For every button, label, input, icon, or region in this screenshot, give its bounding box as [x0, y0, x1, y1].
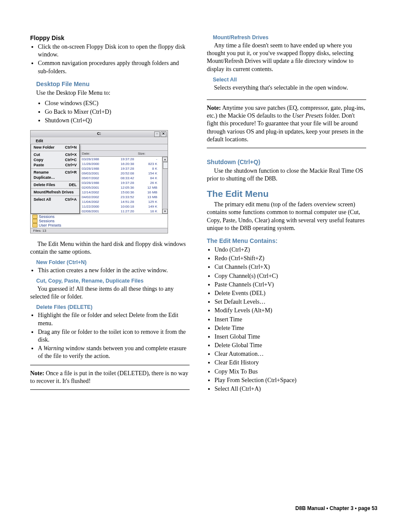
menu-item[interactable]: Duplicate…	[31, 175, 79, 180]
list-item: Paste Channels (Ctrl+V)	[215, 281, 366, 289]
column-date: Date:	[82, 152, 138, 156]
the-edit-menu-heading: The Edit Menu	[207, 189, 366, 199]
bullet: Go Back to Mixer (Ctrl+D)	[45, 108, 190, 116]
menu-separator	[31, 196, 79, 196]
floppy-bullets: Click the on-screen Floppy Disk icon to …	[30, 43, 190, 75]
file-row[interactable]: 09/03/200120:52:08154 K	[80, 171, 162, 176]
edit-dropdown-menu: New FolderCtrl+NCutCtrl+XCopyCtrl+CPaste…	[31, 144, 80, 214]
select-all-para: Selects everything that's selectable in …	[207, 84, 366, 92]
path-field[interactable]	[80, 144, 168, 151]
folder-icon	[32, 219, 37, 223]
scroll-thumb[interactable]	[163, 162, 168, 169]
list-item: Redo (Ctrl+Shift+Z)	[215, 255, 366, 262]
menu-item[interactable]: Delete FilesDEL	[31, 182, 79, 187]
file-row[interactable]: 03/28/198819:37:2826 K	[80, 180, 162, 185]
menu-separator	[31, 188, 79, 189]
new-folder-heading: New Folder (Ctrl+N)	[36, 259, 190, 265]
file-row[interactable]: 03/28/198819:37:288 K	[80, 166, 162, 171]
menu-separator	[31, 151, 79, 151]
list-item: Delete Global Time	[215, 342, 366, 349]
bullet: Highlight the file or folder and select …	[38, 311, 190, 327]
file-area: Date: Size: 03/28/198819:37:28-11/28/200…	[80, 144, 168, 214]
desktop-intro: Use the Desktop File Menu to:	[36, 89, 190, 97]
tree-label: Sessions	[39, 215, 55, 219]
shutdown-heading: Shutdown (Ctrl+Q)	[207, 159, 366, 165]
list-item: Undo (Ctrl+Z)	[215, 246, 366, 254]
list-item: Copy Channel(s) (Ctrl+C)	[215, 272, 366, 280]
cut-copy-heading: Cut, Copy, Paste, Rename, Duplicate File…	[36, 278, 190, 284]
list-item: Play From Selection (Ctrl+Space)	[215, 376, 366, 384]
file-row[interactable]: 03/28/198819:37:28-	[80, 157, 162, 162]
scrollbar[interactable]: ▴ ▾	[162, 157, 168, 214]
menu-item[interactable]: New FolderCtrl+N	[31, 145, 79, 150]
bullet: Drag any file or folder to the toilet ic…	[38, 328, 190, 344]
divider	[30, 365, 190, 365]
tree-item[interactable]: User Presets	[32, 223, 166, 227]
file-row[interactable]: 11/04/200214:51:28125 K	[80, 199, 162, 204]
file-row[interactable]: 02/05/200112:05:3612 MB	[80, 185, 162, 190]
bullet: Click the on-screen Floppy Disk icon to …	[38, 43, 190, 59]
list-item: Modify Levels (Alt+M)	[215, 307, 366, 314]
delete-files-heading: Delete Files (DELETE)	[36, 304, 190, 310]
menu-item[interactable]: Mount/Refresh Drives	[31, 190, 79, 195]
menu-edit[interactable]: Edit	[33, 138, 46, 143]
file-row[interactable]: 11/22/200010:00:18149 K	[80, 204, 162, 209]
menu-bar: Edit	[31, 137, 168, 144]
list-item: Set Default Levels…	[215, 298, 366, 306]
file-row[interactable]: 02/08/200111:27:2016 K	[80, 209, 162, 214]
select-all-heading: Select All	[213, 77, 366, 83]
divider	[207, 100, 366, 100]
list-item: Delete Events (DEL)	[215, 289, 366, 297]
divider	[207, 148, 366, 148]
list-item: Cut Channels (Ctrl+X)	[215, 263, 366, 271]
scroll-down-icon[interactable]: ▾	[162, 209, 168, 214]
bullet: This action creates a new folder in the …	[38, 267, 190, 274]
desktop-bullets: Close windows (ESC) Go Back to Mixer (Ct…	[30, 100, 190, 125]
warning-em: Warning	[44, 345, 64, 352]
cut-copy-para: You guessed it! All these items do all t…	[30, 285, 190, 301]
right-column: Mount/Refresh Drives Any time a file doe…	[207, 34, 366, 395]
window-buttons: ▫ ✕	[154, 131, 166, 137]
list-item: Insert Time	[215, 316, 366, 324]
bullet: Close windows (ESC)	[45, 100, 190, 107]
status-bar: Files: 13	[31, 228, 168, 233]
folder-icon	[32, 215, 37, 219]
text: A	[38, 345, 44, 352]
note-toilet: Note: Once a file is put in the toilet (…	[30, 370, 190, 385]
edit-menu-contains-heading: The Edit Menu Contains:	[207, 237, 366, 244]
menu-item[interactable]: CopyCtrl+C	[31, 157, 79, 162]
note-text: Once a file is put in the toilet (DELETE…	[30, 370, 188, 384]
menu-item[interactable]: CutCtrl+X	[31, 152, 79, 157]
edit-menu-contains-list: Undo (Ctrl+Z)Redo (Ctrl+Shift+Z)Cut Chan…	[207, 246, 366, 393]
file-row[interactable]: 12/14/200215:00:3616 MB	[80, 190, 162, 195]
bullet: Common navigation procedures apply throu…	[38, 59, 190, 75]
window-min-icon[interactable]: ▫	[154, 131, 160, 137]
note-label: Note:	[30, 370, 44, 376]
file-row[interactable]: 04/02/200223:33:5213 MB	[80, 195, 162, 199]
page-footer: D8B Manual • Chapter 3 • page 53	[296, 505, 377, 511]
file-row[interactable]: 11/28/200016:20:38823 K	[80, 162, 162, 166]
floppy-heading: Floppy Disk	[30, 34, 190, 41]
list-item: Clear Edit History	[215, 359, 366, 367]
left-column: Floppy Disk Click the on-screen Floppy D…	[30, 34, 190, 395]
menu-item[interactable]: Select AllCtrl+A	[31, 197, 79, 202]
tree-item[interactable]: Sessions	[32, 219, 166, 223]
window-title-bar: C: ▫ ✕	[31, 131, 168, 137]
file-row[interactable]: 09/07/200208:33:4284 K	[80, 176, 162, 180]
menu-item[interactable]: PasteCtrl+V	[31, 162, 79, 168]
window-close-icon[interactable]: ✕	[161, 131, 166, 137]
file-list-header: Date: Size:	[80, 151, 168, 157]
list-item: Clear Automation…	[215, 350, 366, 358]
note-label: Note:	[207, 105, 221, 111]
file-list: 03/28/198819:37:28-11/28/200016:20:38823…	[80, 157, 168, 214]
edit-menu-para: The primary edit menu (top of the faders…	[207, 201, 366, 232]
folder-tree: SessionsSessionsUser Presets	[31, 214, 168, 228]
scroll-up-icon[interactable]: ▴	[162, 157, 168, 162]
mount-heading: Mount/Refresh Drives	[213, 34, 366, 40]
tree-item[interactable]: Sessions	[32, 215, 166, 219]
note-user-presets: Note: Anytime you save patches (EQ, comp…	[207, 104, 366, 143]
column-size: Size:	[138, 152, 159, 156]
list-item: Insert Global Time	[215, 333, 366, 341]
folder-icon	[32, 223, 37, 227]
menu-item[interactable]: RenameCtrl+R	[31, 170, 79, 175]
